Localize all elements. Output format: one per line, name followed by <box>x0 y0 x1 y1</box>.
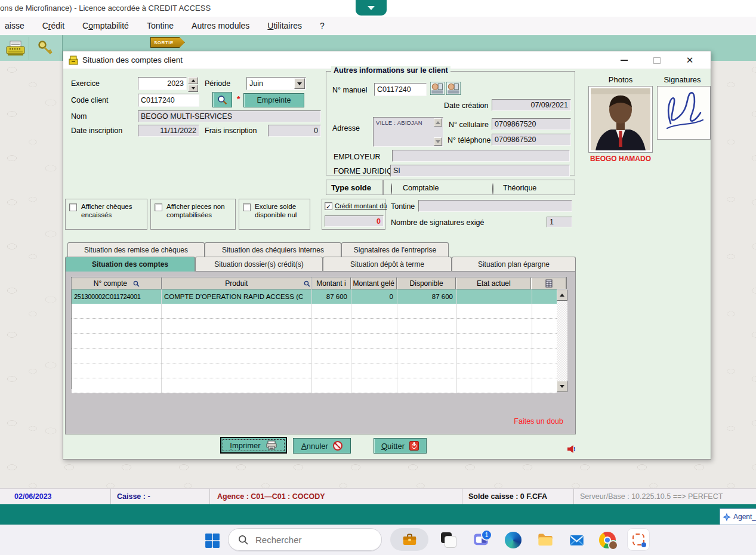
close-button[interactable]: ✕ <box>681 53 699 68</box>
combo-arrow-icon[interactable] <box>294 78 305 89</box>
exercice-spinner[interactable] <box>188 77 198 90</box>
signatures-label: Signatures <box>654 75 711 84</box>
col-header-label: Disponible <box>410 279 443 288</box>
n-manuel-input[interactable]: C0117240 <box>374 83 427 96</box>
menu-item-caisse[interactable]: aisse <box>5 21 24 30</box>
afficher-cheques-checkbox[interactable] <box>69 204 77 211</box>
minimize-button[interactable] <box>615 53 633 68</box>
imprimer-button[interactable]: Imprimer <box>220 437 287 454</box>
taskbar-snip-button[interactable] <box>628 529 649 550</box>
agent-widget[interactable]: Agent_A <box>720 508 756 525</box>
col-header-label: N° compte <box>94 279 127 288</box>
col-header-label: Montant i <box>316 279 345 288</box>
empreinte-button[interactable]: Empreinte <box>243 93 304 107</box>
tontine-label: Tontine <box>391 202 415 211</box>
fingerprint-capture-icon[interactable] <box>446 82 461 95</box>
fingerprint-capture-icon[interactable] <box>430 82 445 95</box>
search-client-button[interactable] <box>212 92 232 107</box>
grid-report-icon[interactable] <box>545 279 553 288</box>
tab-situation-comptes[interactable]: Situation des comptes <box>65 257 195 272</box>
tab-depot-terme[interactable]: Situation dépôt à terme <box>323 257 452 271</box>
col-header-montant[interactable]: Montant i <box>311 278 351 289</box>
menu-item-help[interactable]: ? <box>320 21 325 30</box>
taskbar-chat-button[interactable]: 1 <box>470 529 492 551</box>
col-header-label: Etat actuel <box>477 279 511 288</box>
afficher-pieces-label[interactable]: Afficher pieces non comptabilisées <box>166 202 233 220</box>
accounts-table: N° compte Produit Montant i Montant gelé… <box>71 277 567 389</box>
employeur-field <box>392 150 570 162</box>
col-header-numero-compte[interactable]: N° compte <box>72 278 162 289</box>
menu-item-autres-modules[interactable]: Autres modules <box>192 21 249 30</box>
column-search-icon[interactable] <box>133 280 140 287</box>
spinner-up-icon[interactable] <box>188 77 198 84</box>
search-input[interactable] <box>254 534 358 545</box>
tab-signataires[interactable]: Signataires de l'entreprise <box>341 242 449 257</box>
table-row-selected[interactable]: 251300002C011724001 COMPTE D'OPERATION R… <box>72 289 557 304</box>
annuler-button[interactable]: Annuler <box>293 438 351 454</box>
main-window-title: ons de Microfinance) - Licence accordée … <box>0 4 211 13</box>
credit-montant-label[interactable]: Crédit montant dû <box>335 202 387 209</box>
date-inscription-field: 11/11/2022 <box>138 125 199 137</box>
col-header-label: Produit <box>225 279 248 288</box>
credit-montant-checkbox[interactable]: ✓ <box>325 202 332 210</box>
type-solde-label: Type solde <box>331 183 371 192</box>
periode-combobox[interactable]: Juin <box>246 77 306 90</box>
radio-theorique-label[interactable]: Théorique <box>503 184 536 192</box>
code-client-input[interactable]: C0117240 <box>138 94 199 107</box>
radio-theorique[interactable] <box>492 183 493 195</box>
tab-label: Situation des comptes <box>92 260 168 269</box>
adresse-value: VILLE : ABIDJAN <box>376 119 422 126</box>
table-scrollbar[interactable] <box>557 289 567 390</box>
menu-item-comptabilite[interactable]: Comptabilité <box>82 21 129 30</box>
taskbar-explorer-button[interactable] <box>535 529 556 551</box>
col-header-etat-actuel[interactable]: Etat actuel <box>456 278 531 289</box>
client-signature[interactable] <box>657 86 711 140</box>
scroll-down-button[interactable] <box>557 381 567 392</box>
type-solde-options-box: Comptable Théorique <box>383 180 575 195</box>
status-bar: 02/06/2023 Caisse : - Agence : C01—C01 :… <box>0 488 756 504</box>
taskbar-taskview-button[interactable] <box>438 529 459 551</box>
exclure-solde-checkbox[interactable] <box>243 204 251 211</box>
col-header-montant-gele[interactable]: Montant gelé <box>351 278 397 289</box>
column-search-icon[interactable] <box>304 280 310 287</box>
tab-remise-cheques[interactable]: Situation des remise de chèques <box>67 242 205 257</box>
col-header-produit[interactable]: Produit <box>162 278 311 289</box>
radio-comptable[interactable] <box>391 183 392 195</box>
hide-panel-button[interactable] <box>356 0 387 16</box>
credit-montant-field: 0 <box>325 215 384 227</box>
afficher-pieces-checkbox[interactable] <box>155 204 162 211</box>
afficher-cheques-label[interactable]: Afficher chèques encaissés <box>81 202 144 220</box>
window-bottom-band <box>0 504 756 525</box>
taskbar-edge-button[interactable] <box>502 529 524 551</box>
maximize-button[interactable] <box>648 53 666 68</box>
tab-dossiers-credits[interactable]: Situation dossier(s) crédit(s) <box>195 257 323 271</box>
adresse-field[interactable]: VILLE : ABIDJAN <box>373 117 443 147</box>
screen: ons de Microfinance) - Licence accordée … <box>0 0 756 555</box>
scroll-up-button[interactable] <box>557 289 567 301</box>
col-header-disponible[interactable]: Disponible <box>397 278 456 289</box>
menu-item-tontine[interactable]: Tontine <box>147 21 174 30</box>
col-header-tools[interactable] <box>531 278 566 289</box>
tab-plan-epargne[interactable]: Situation plan épargne <box>452 257 576 271</box>
taskbar-chrome-button[interactable] <box>597 529 618 551</box>
speaker-icon[interactable] <box>567 445 576 453</box>
adresse-scroll-down-icon[interactable] <box>434 137 442 146</box>
menu-item-utilitaires[interactable]: Utilitaires <box>267 21 302 30</box>
taskbar-active-app-pill[interactable] <box>390 528 428 551</box>
spinner-down-icon[interactable] <box>188 85 198 92</box>
print-tool-button[interactable] <box>2 37 29 60</box>
taskbar-search-pill[interactable] <box>228 528 382 551</box>
key-tool-button[interactable] <box>32 37 59 60</box>
adresse-scroll-up-icon[interactable] <box>434 118 442 127</box>
start-button[interactable] <box>202 530 223 551</box>
menu-item-credit[interactable]: Crédit <box>42 21 64 30</box>
exercice-input[interactable]: 2023 <box>138 77 187 90</box>
client-photo[interactable] <box>588 86 653 153</box>
code-client-value: C0117240 <box>141 96 175 104</box>
sortie-tab[interactable]: SORTIE <box>150 37 185 48</box>
tab-chequiers-internes[interactable]: Situation des chéquiers internes <box>205 242 341 257</box>
taskbar-mail-button[interactable] <box>566 529 587 551</box>
radio-comptable-label[interactable]: Comptable <box>403 184 439 192</box>
quitter-button[interactable]: Quitter <box>374 438 427 454</box>
exclure-solde-label[interactable]: Exclure solde disponible nul <box>255 202 308 220</box>
